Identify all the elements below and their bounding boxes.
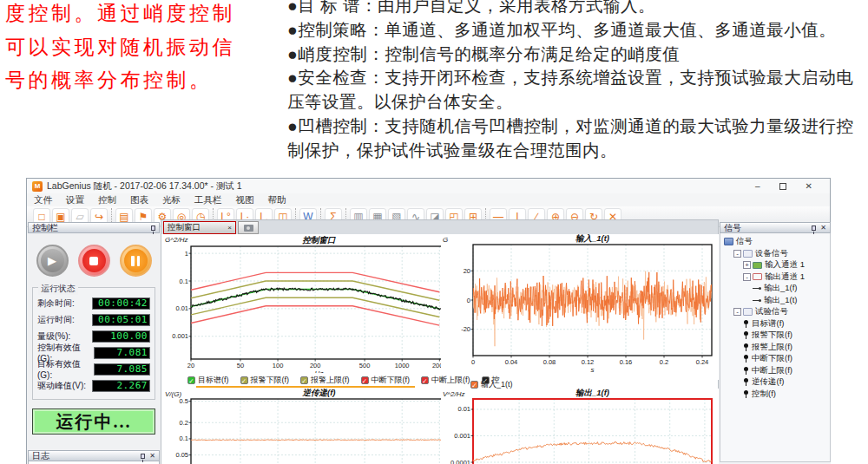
tree-item-逆传递(f)[interactable]: 逆传递(f) [722, 376, 828, 389]
tree-item-输出_1(f)[interactable]: 输出_1(f) [722, 283, 828, 295]
menubar: 文件设置控制图表光标工具栏视图帮助 [27, 193, 830, 206]
intro-paragraph-red: 度控制。通过峭度控制可以实现对随机振动信号的概率分布控制。 [5, 0, 286, 97]
tree-item-中断下限(f)[interactable]: 中断下限(f) [722, 353, 828, 365]
svg-text:0.01: 0.01 [457, 405, 470, 413]
signal-dock: 信号 ✕ 信号-设备信号+输入通道 1-输出通道 1输出_1(f)输出_1(t)… [720, 222, 831, 464]
tree-item-中断上限(f)[interactable]: 中断上限(f) [722, 365, 828, 377]
menu-工具栏[interactable]: 工具栏 [194, 194, 222, 206]
bullet-line: 制保护，保护试件试验量级在合理范围内。 [287, 139, 867, 163]
svg-text:逆传递(f): 逆传递(f) [302, 389, 336, 397]
tab-control-window[interactable]: 控制窗口 × [163, 221, 236, 234]
tab-close-icon[interactable]: × [227, 224, 232, 232]
intro-text-line: 号的概率分布控制。 [5, 63, 286, 97]
tree-item-报警下限(f)[interactable]: 报警下限(f) [722, 330, 828, 342]
i-in-icon [753, 262, 762, 269]
pin-icon[interactable] [141, 454, 145, 459]
menu-光标[interactable]: 光标 [162, 194, 181, 206]
legend-item[interactable]: ✓中断上限(f) [421, 375, 470, 386]
field-value-display: 2.267 [92, 380, 150, 392]
minimize-button[interactable]: – [755, 181, 760, 191]
legend-item[interactable]: ✓目标谱(f) [187, 375, 229, 386]
svg-text:0.1: 0.1 [180, 278, 188, 285]
output-spectrum-chart[interactable]: 0.010.0010.0001输出_1(f)V^2/Hz [441, 389, 719, 464]
svg-text:Hz: Hz [315, 369, 324, 373]
tree-label: 中断上限(f) [752, 365, 792, 376]
legend-underline [196, 386, 415, 388]
checkbox-icon[interactable]: ✓ [421, 376, 429, 384]
bullet-line: ●控制策略：单通道、多通道加权平均、多通道最大值、多通道最小值。 [287, 18, 867, 42]
status-field-row: 驱动峰值(V):2.267 [36, 377, 151, 394]
control-dock-header: 控制栏 [28, 222, 160, 233]
menu-视图[interactable]: 视图 [236, 194, 254, 206]
svg-text:0.1: 0.1 [180, 435, 188, 442]
pin-icon[interactable] [812, 225, 816, 231]
i-mic-icon [743, 367, 749, 375]
tree-item-报警上限(f)[interactable]: 报警上限(f) [722, 342, 828, 354]
titlebar: M LabGenius 随机 - 2017-02-06 17.34.00* - … [27, 179, 830, 193]
menu-控制[interactable]: 控制 [98, 194, 116, 206]
open-folder-icon: ▱ [76, 212, 83, 222]
tree-label: 输出_1(f) [764, 283, 798, 294]
signal-tree: 信号-设备信号+输入通道 1-输出通道 1输出_1(f)输出_1(t)-试验信号… [720, 233, 831, 462]
play-button[interactable]: ▶ [36, 245, 69, 277]
tree-item-输出通道 1[interactable]: -输出通道 1 [722, 271, 828, 284]
checkbox-icon[interactable]: ✓ [361, 376, 369, 384]
signal-dock-header: 信号 ✕ [720, 222, 831, 233]
tree-item-控制(f)[interactable]: 控制(f) [722, 389, 828, 401]
checkbox-icon[interactable]: ✓ [240, 376, 248, 384]
legend-item[interactable]: ✓报警上限(f) [300, 375, 350, 386]
svg-text:1: 1 [185, 250, 188, 258]
legend-item[interactable]: ✓报警下限(f) [240, 375, 290, 386]
tree-item-信号[interactable]: 信号 [722, 236, 828, 248]
tree-item-试验信号[interactable]: -试验信号 [722, 306, 828, 318]
stop-button[interactable] [78, 245, 110, 277]
menu-帮助[interactable]: 帮助 [268, 194, 286, 206]
menu-设置[interactable]: 设置 [66, 194, 84, 206]
tree-label: 输出通道 1 [765, 271, 805, 283]
tree-label: 设备信号 [755, 248, 788, 259]
i-mic-icon [743, 355, 749, 363]
legend-item[interactable]: ✓中断下限(f) [361, 375, 411, 386]
tree-item-设备信号[interactable]: -设备信号 [722, 248, 828, 260]
control-window-chart[interactable]: 20501002005001000200010.10.010.001控制窗口G^… [163, 234, 453, 373]
close-icon[interactable]: ✕ [820, 225, 826, 232]
menu-文件[interactable]: 文件 [34, 194, 52, 206]
i-root-icon [724, 238, 733, 245]
svg-text:0.2: 0.2 [660, 358, 668, 366]
svg-text:100: 100 [273, 362, 284, 369]
tree-label: 报警上限(f) [752, 342, 792, 353]
tree-item-目标谱(f)[interactable]: 目标谱(f) [722, 318, 828, 330]
running-banner: 运行中... [32, 408, 155, 435]
app-logo-icon: M [32, 181, 43, 192]
collapse-icon[interactable]: - [743, 273, 751, 281]
tree-item-输入通道 1[interactable]: +输入通道 1 [722, 259, 828, 271]
camera-icon [244, 225, 253, 232]
bullet-line: ●安全检查：支持开闭环检查，支持系统增益设置，支持预试验最大启动电 [287, 66, 867, 90]
pause-button[interactable] [120, 245, 152, 277]
i-folder-icon [743, 308, 753, 316]
i-mic-icon [743, 378, 749, 386]
checkbox-icon[interactable]: ✓ [300, 376, 308, 384]
input-time-chart[interactable]: 00.040.080.120.160.20.24-20020输入_1(t)Gs [441, 234, 719, 380]
collapse-icon[interactable]: - [733, 308, 741, 316]
close-icon[interactable]: ✕ [149, 453, 155, 460]
svg-text:控制窗口: 控制窗口 [302, 235, 337, 245]
collapse-icon[interactable]: - [733, 250, 741, 258]
control-dock: 控制栏 ▶ 运行状态 剩余时间:00:00:42运行时间:00:05:01量级(… [28, 222, 160, 464]
tab-snapshot[interactable] [238, 221, 259, 234]
menu-图表[interactable]: 图表 [130, 194, 148, 206]
tree-label: 输出_1(t) [764, 295, 798, 306]
test-settings-icon: ▤ [119, 212, 128, 222]
tab-label: 控制窗口 [168, 222, 201, 233]
expand-icon[interactable]: + [743, 261, 751, 269]
field-value-display: 00:00:42 [92, 297, 150, 310]
checkbox-icon[interactable]: ✓ [470, 381, 478, 389]
tree-item-输出_1(t)[interactable]: 输出_1(t) [722, 295, 828, 307]
inverse-transfer-chart[interactable]: 0.50.20.10.05逆传递(f)V/(G) [163, 389, 453, 464]
pin-icon[interactable] [151, 225, 155, 231]
checkbox-icon[interactable]: ✓ [187, 376, 195, 384]
tree-label: 控制(f) [752, 389, 776, 400]
restore-button[interactable] [779, 183, 786, 190]
close-button[interactable]: ✕ [806, 181, 812, 191]
i-wave-icon [753, 297, 761, 304]
